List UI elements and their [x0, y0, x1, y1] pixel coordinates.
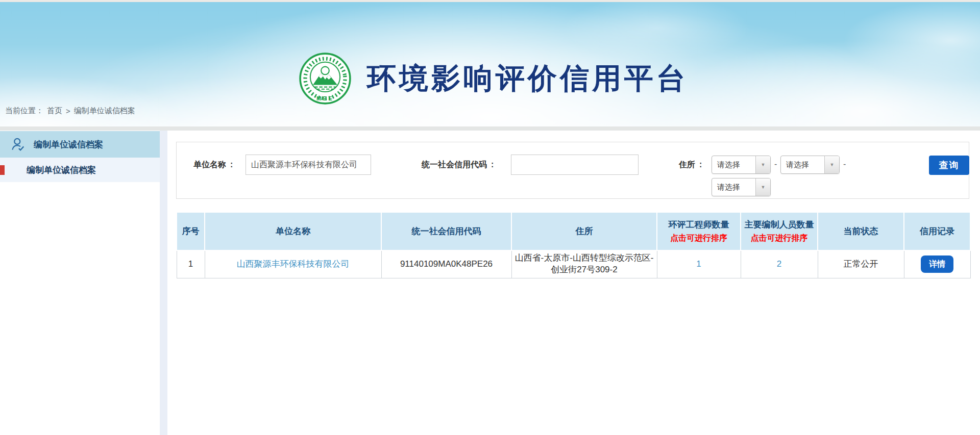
breadcrumb: 当前位置： 首页 > 编制单位诚信档案	[5, 106, 135, 116]
engineer-count-link[interactable]: 1	[696, 259, 701, 269]
top-strip	[0, 0, 980, 2]
divider-band	[0, 126, 980, 131]
editor-count-link[interactable]: 2	[777, 259, 781, 269]
province-select[interactable]: 请选择 ▼	[712, 156, 771, 174]
table-header-row: 序号 单位名称 统一社会信用代码 住所 环评工程师数量 点击可进行排序 主要编制…	[177, 212, 970, 250]
sidebar-item-label: 编制单位诚信档案	[27, 164, 96, 176]
city-select[interactable]: 请选择 ▼	[780, 156, 840, 174]
city-select-value: 请选择	[781, 160, 809, 170]
credit-code-input[interactable]	[511, 155, 639, 175]
cell-status: 正常公开	[818, 250, 904, 278]
sort-hint: 点击可进行排序	[659, 233, 738, 244]
breadcrumb-current: 编制单位诚信档案	[74, 106, 135, 116]
sidebar-item-credit-archive[interactable]: 编制单位诚信档案	[0, 158, 160, 182]
district-select[interactable]: 请选择 ▼	[712, 178, 771, 196]
person-check-icon	[10, 137, 26, 152]
breadcrumb-home-link[interactable]: 首页	[47, 106, 62, 116]
site-title: 环境影响评价信用平台	[367, 59, 689, 98]
table-row: 1 山西聚源丰环保科技有限公司 91140109MA0K48PE26 山西省-太…	[177, 250, 970, 278]
breadcrumb-separator: >	[66, 107, 70, 115]
mee-logo-text: MEE	[316, 95, 334, 101]
sky-banner: MEE 环境影响评价信用平台 当前位置： 首页 > 编制单位诚信档案	[0, 0, 980, 126]
col-header-company: 单位名称	[205, 212, 381, 250]
cell-index: 1	[177, 250, 205, 278]
company-link[interactable]: 山西聚源丰环保科技有限公司	[237, 259, 350, 269]
detail-button[interactable]: 详情	[921, 255, 953, 273]
cell-address: 山西省-太原市-山西转型综改示范区-创业街27号309-2	[511, 250, 657, 278]
col-header-editor-count-sort[interactable]: 主要编制人员数量 点击可进行排序	[741, 212, 818, 250]
col-header-engineer-count-sort[interactable]: 环评工程师数量 点击可进行排序	[657, 212, 741, 250]
col-header-credit-code: 统一社会信用代码	[381, 212, 511, 250]
mee-logo-icon: MEE	[299, 52, 352, 105]
sidebar-section-label: 编制单位诚信档案	[34, 139, 103, 150]
result-table: 序号 单位名称 统一社会信用代码 住所 环评工程师数量 点击可进行排序 主要编制…	[176, 212, 971, 278]
col-header-address: 住所	[511, 212, 657, 250]
address-dash: -	[843, 156, 846, 174]
company-name-label: 单位名称:	[193, 155, 233, 175]
credit-code-label: 统一社会信用代码:	[422, 155, 494, 175]
province-select-value: 请选择	[712, 160, 740, 170]
chevron-down-icon: ▼	[755, 156, 770, 173]
sort-hint: 点击可进行排序	[743, 233, 815, 244]
col-header-index: 序号	[177, 212, 205, 250]
page-root: MEE 环境影响评价信用平台 当前位置： 首页 > 编制单位诚信档案 编制单位诚…	[0, 0, 980, 435]
col-header-status: 当前状态	[818, 212, 904, 250]
chevron-down-icon: ▼	[755, 178, 770, 196]
company-name-input[interactable]	[246, 155, 371, 175]
address-label: 住所:	[679, 155, 702, 175]
chevron-down-icon: ▼	[824, 156, 839, 173]
search-panel: 单位名称: 统一社会信用代码: 住所: 请选择 ▼ - 请选择 ▼ - 请选择 …	[176, 142, 969, 199]
active-item-marker	[0, 165, 5, 175]
sidebar-section-credit-archive[interactable]: 编制单位诚信档案	[0, 131, 160, 158]
sidebar-gap-strip	[160, 131, 167, 435]
col-header-credit-record: 信用记录	[904, 212, 970, 250]
breadcrumb-prefix: 当前位置：	[5, 106, 43, 116]
address-dash: -	[774, 156, 777, 174]
brand-block: MEE 环境影响评价信用平台	[299, 52, 689, 105]
search-button[interactable]: 查询	[929, 156, 969, 175]
cell-credit-code: 91140109MA0K48PE26	[381, 250, 511, 278]
district-select-value: 请选择	[712, 183, 740, 192]
